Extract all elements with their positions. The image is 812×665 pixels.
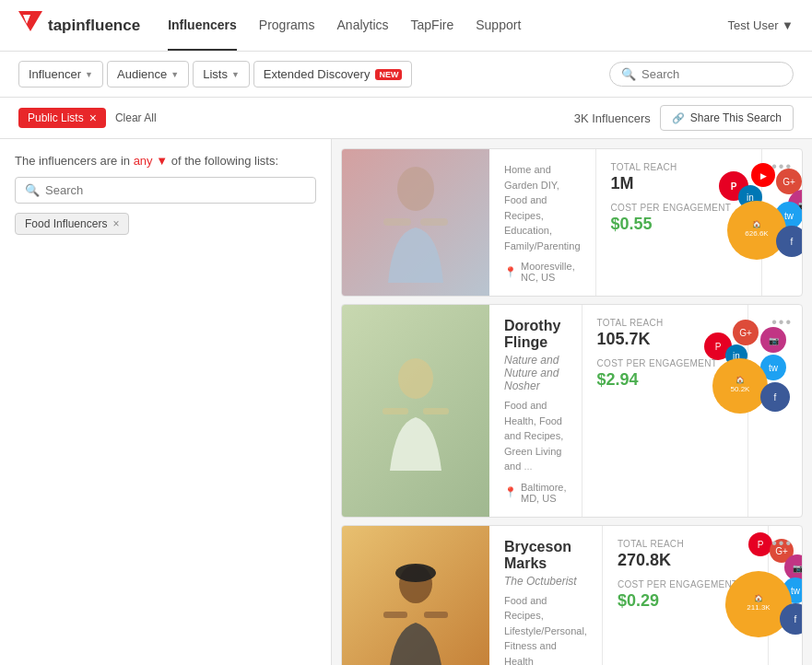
list-search-input[interactable]: [45, 183, 306, 197]
card-name: Dorothy Flinge: [504, 318, 567, 351]
svg-text:🏠: 🏠: [752, 219, 761, 228]
right-panel: Home and Garden DIY, Food and Recipes, E…: [332, 139, 812, 665]
influencer-filter-btn[interactable]: Influencer ▼: [18, 61, 103, 88]
svg-text:tw: tw: [784, 211, 794, 221]
remove-food-tag-btn[interactable]: ×: [112, 217, 119, 230]
share-search-btn[interactable]: 🔗 Share This Search: [660, 105, 794, 131]
svg-rect-42: [383, 612, 407, 618]
card-location: 📍 Mooresville, NC, US: [504, 261, 581, 283]
user-menu[interactable]: Test User ▼: [728, 18, 794, 32]
svg-text:P: P: [714, 342, 721, 352]
search-icon: 🔍: [621, 67, 636, 81]
card-categories: Food and Recipes, Lifestyle/Personal, Fi…: [504, 593, 587, 666]
svg-text:f: f: [794, 614, 797, 624]
svg-rect-4: [420, 218, 448, 226]
chevron-down-icon: ▼: [231, 70, 240, 79]
active-filters-bar: Public Lists × Clear All 3K Influencers …: [0, 98, 812, 139]
svg-rect-3: [383, 218, 411, 226]
svg-text:📷: 📷: [792, 563, 803, 574]
svg-text:🏠: 🏠: [754, 593, 763, 602]
search-bar[interactable]: 🔍: [609, 62, 794, 87]
content-area: The influencers are in any ▼ of the foll…: [0, 139, 812, 665]
new-badge: NEW: [375, 69, 402, 80]
svg-point-2: [397, 167, 434, 211]
influencer-card: Dorothy Flinge Nature and Nuture and Nos…: [341, 304, 803, 518]
svg-text:P: P: [730, 181, 736, 192]
list-search[interactable]: 🔍: [15, 177, 316, 204]
location-pin-icon: 📍: [504, 266, 517, 278]
svg-text:f: f: [773, 392, 776, 402]
influencer-photo: [342, 526, 489, 666]
svg-marker-0: [18, 11, 42, 31]
influencer-count: 3K Influencers: [574, 111, 651, 125]
svg-text:tw: tw: [791, 586, 801, 596]
svg-point-41: [395, 564, 436, 582]
logo[interactable]: tapinfluence: [18, 11, 140, 41]
more-options-btn[interactable]: •••: [771, 314, 793, 331]
any-dropdown[interactable]: any ▼: [134, 154, 168, 168]
food-influencers-tag: Food Influencers ×: [15, 213, 129, 235]
svg-text:G+: G+: [783, 177, 795, 187]
svg-text:626.6K: 626.6K: [745, 229, 769, 238]
filter-text: The influencers are in any ▼ of the foll…: [15, 154, 316, 168]
nav-programs[interactable]: Programs: [259, 1, 315, 51]
remove-tag-btn[interactable]: ×: [89, 111, 97, 124]
influencer-photo: [342, 149, 489, 296]
svg-text:P: P: [758, 540, 764, 550]
chevron-down-icon: ▼: [85, 70, 93, 79]
extended-discovery-btn[interactable]: Extended Discovery NEW: [253, 61, 413, 88]
svg-text:tw: tw: [769, 363, 779, 373]
svg-rect-24: [423, 408, 449, 414]
svg-text:50.2K: 50.2K: [730, 385, 750, 393]
search-input[interactable]: [641, 67, 782, 81]
svg-point-22: [398, 358, 433, 399]
card-blog: The Octuberist: [504, 575, 587, 588]
lists-filter-btn[interactable]: Lists ▼: [193, 61, 250, 88]
left-panel: The influencers are in any ▼ of the foll…: [0, 139, 332, 665]
svg-text:f: f: [790, 237, 793, 247]
card-info: Bryceson Marks The Octuberist Food and R…: [489, 526, 603, 666]
top-nav: tapinfluence Influencers Programs Analyt…: [0, 0, 812, 52]
nav-tapfire[interactable]: TapFire: [411, 1, 454, 51]
clear-all-btn[interactable]: Clear All: [115, 111, 157, 124]
card-name: Bryceson Marks: [504, 539, 587, 572]
chevron-down-icon: ▼: [171, 70, 179, 79]
svg-text:▶: ▶: [759, 171, 766, 181]
more-options-btn[interactable]: •••: [771, 158, 793, 175]
card-info: Home and Garden DIY, Food and Recipes, E…: [489, 149, 596, 296]
more-options-btn[interactable]: •••: [771, 535, 793, 552]
card-info: Dorothy Flinge Nature and Nuture and Nos…: [489, 305, 583, 517]
card-categories: Home and Garden DIY, Food and Recipes, E…: [504, 162, 581, 253]
svg-rect-23: [382, 408, 408, 414]
logo-icon: [18, 11, 42, 41]
card-location: 📍 Baltimore, MD, US: [504, 482, 567, 504]
location-pin-icon: 📍: [504, 486, 517, 498]
nav-analytics[interactable]: Analytics: [337, 1, 389, 51]
svg-text:211.3K: 211.3K: [747, 603, 771, 612]
nav-influencers[interactable]: Influencers: [168, 1, 237, 51]
svg-text:📷: 📷: [768, 335, 779, 346]
card-blog: Nature and Nuture and Nosher: [504, 354, 567, 392]
filter-bar: Influencer ▼ Audience ▼ Lists ▼ Extended…: [0, 52, 812, 98]
card-stats: Total Reach 105.7K Cost per Engagement $…: [583, 305, 748, 517]
audience-filter-btn[interactable]: Audience ▼: [107, 61, 189, 88]
svg-text:G+: G+: [739, 328, 752, 338]
svg-rect-43: [424, 612, 448, 618]
influencer-photo: [342, 305, 489, 517]
main-nav: Influencers Programs Analytics TapFire S…: [168, 1, 727, 51]
search-icon: 🔍: [25, 183, 40, 197]
influencer-card: Bryceson Marks The Octuberist Food and R…: [341, 525, 803, 666]
influencer-card: Home and Garden DIY, Food and Recipes, E…: [341, 148, 803, 297]
share-icon: 🔗: [672, 112, 685, 124]
nav-support[interactable]: Support: [476, 1, 521, 51]
card-stats: Total Reach 270.8K Cost per Engagement $…: [603, 526, 769, 666]
card-categories: Food and Health, Food and Recipes, Green…: [504, 398, 567, 474]
card-stats: Total Reach 1M Cost per Engagement $0.55…: [596, 149, 762, 296]
public-lists-tag: Public Lists ×: [18, 108, 106, 128]
svg-text:🏠: 🏠: [736, 375, 745, 384]
logo-text: tapinfluence: [48, 17, 140, 35]
